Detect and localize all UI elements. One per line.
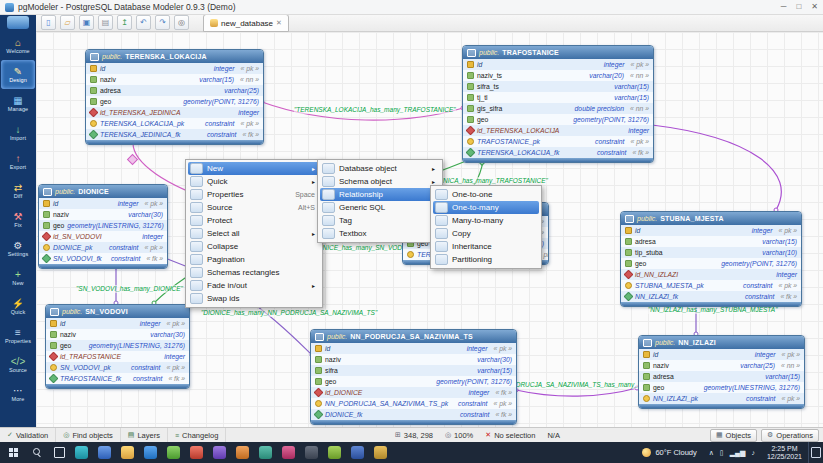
taskbar-app-icon[interactable] xyxy=(121,446,134,459)
menu-item-partitioning[interactable]: Partitioning xyxy=(433,253,539,266)
menu-item-generic-sql[interactable]: Generic SQL xyxy=(320,201,440,214)
table-row[interactable]: geogeometry(LINESTRING, 31276) xyxy=(46,340,189,351)
sidebar-item-design[interactable]: ✎Design xyxy=(1,60,35,89)
minimize-button[interactable]: ─ xyxy=(781,3,787,11)
taskbar-app-icon[interactable] xyxy=(144,446,157,459)
table-trafostanice[interactable]: public.TRAFOSTANICEidinteger« pk »naziv_… xyxy=(462,45,654,163)
objects-button[interactable]: ▦Objects xyxy=(710,429,757,442)
sidebar-item-new[interactable]: +New xyxy=(1,263,35,292)
taskbar-app-icon[interactable] xyxy=(282,446,295,459)
sidebar-item-export[interactable]: ↑Export xyxy=(1,147,35,176)
table-row[interactable]: nazivvarchar(30) xyxy=(39,209,167,220)
taskbar-app-icon[interactable] xyxy=(351,446,364,459)
menu-item-inheritance[interactable]: Inheritance xyxy=(433,240,539,253)
table-row[interactable]: id_NN_IZLAZIinteger xyxy=(621,269,801,280)
notification-center-button[interactable] xyxy=(808,442,823,463)
sidebar-item-import[interactable]: ↓Import xyxy=(1,118,35,147)
menu-item-schema-object[interactable]: Schema object▸ xyxy=(320,175,440,188)
table-row[interactable]: SN_VODOVI_fkconstraint« fk » xyxy=(39,253,167,264)
network-icon[interactable]: ▂▄▆ xyxy=(730,449,746,457)
save-model-icon[interactable]: ▣ xyxy=(79,15,94,30)
table-row[interactable]: nazivvarchar(15)« nn » xyxy=(86,74,263,85)
model-tab[interactable]: new_database ✕ xyxy=(203,14,289,32)
table-row[interactable]: DIONICE_fkconstraint« fk » xyxy=(311,409,516,420)
taskbar-app-icon[interactable] xyxy=(98,446,111,459)
statusbar-panel-validation[interactable]: ✓Validation xyxy=(0,428,56,442)
table-row[interactable]: geogeometry(POINT, 31276) xyxy=(621,258,801,269)
table-header[interactable]: public.DIONICE xyxy=(39,185,167,198)
diagram-canvas[interactable]: public.TERENSKA_LOKACIJAidinteger« pk »n… xyxy=(36,32,823,428)
new-model-icon[interactable]: ▯ xyxy=(41,15,56,30)
table-row[interactable]: NN_IZLAZI_fkconstraint« fk » xyxy=(621,291,801,302)
taskbar-app-icon[interactable] xyxy=(305,446,318,459)
statusbar-panel-layers[interactable]: ▤Layers xyxy=(121,428,168,442)
menu-item-relationship[interactable]: Relationship▸ xyxy=(320,188,440,201)
taskbar-search-button[interactable] xyxy=(26,442,48,463)
menu-item-swap-ids[interactable]: Swap ids xyxy=(188,292,320,305)
table-row[interactable]: idinteger« pk » xyxy=(311,343,516,354)
menu-item-database-object[interactable]: Database object▸ xyxy=(320,162,440,175)
table-header[interactable]: public.SN_VODOVI xyxy=(46,305,189,318)
open-model-icon[interactable]: ▱ xyxy=(60,15,75,30)
table-row[interactable]: idinteger« pk » xyxy=(639,349,804,360)
menu-item-quick[interactable]: Quick▸ xyxy=(188,175,320,188)
table-row[interactable]: idinteger« pk » xyxy=(86,63,263,74)
menu-item-one-to-many[interactable]: One-to-many xyxy=(433,201,539,214)
taskbar-app-icon[interactable] xyxy=(75,446,88,459)
sidebar-item-manage[interactable]: ▦Manage xyxy=(1,89,35,118)
table-row[interactable]: idinteger« pk » xyxy=(39,198,167,209)
task-view-button[interactable] xyxy=(48,442,70,463)
menu-item-fade-in-out[interactable]: Fade in/out▸ xyxy=(188,279,320,292)
table-row[interactable]: adresavarchar(15) xyxy=(621,236,801,247)
table-row[interactable]: sifravarchar(15) xyxy=(311,365,516,376)
table-row[interactable]: nazivvarchar(25)« nn » xyxy=(639,360,804,371)
table-header[interactable]: public.NN_IZLAZI xyxy=(639,336,804,349)
menu-item-collapse[interactable]: Collapse xyxy=(188,240,320,253)
table-row[interactable]: nazivvarchar(30) xyxy=(46,329,189,340)
table-dionice[interactable]: public.DIONICEidinteger« pk »nazivvarcha… xyxy=(38,184,168,269)
table-row[interactable]: DIONICE_pkconstraint« pk » xyxy=(39,242,167,253)
table-row[interactable]: nazivvarchar(30) xyxy=(311,354,516,365)
export-icon[interactable]: ↥ xyxy=(117,15,132,30)
table-row[interactable]: id_DIONICEinteger« fk » xyxy=(311,387,516,398)
table-header[interactable]: public.STUBNA_MJESTA xyxy=(621,212,801,225)
table-header[interactable]: public.NN_PODRUCJA_SA_NAZIVIMA_TS xyxy=(311,330,516,343)
statusbar-panel-changelog[interactable]: ≡Changelog xyxy=(168,428,226,442)
table-row[interactable]: SN_VODOVI_pkconstraint« pk » xyxy=(46,362,189,373)
zoom-icon[interactable]: ◎ xyxy=(174,15,189,30)
table-row[interactable]: STUBNA_MJESTA_pkconstraint« pk » xyxy=(621,280,801,291)
menu-item-many-to-many[interactable]: Many-to-many xyxy=(433,214,539,227)
menu-item-copy[interactable]: Copy xyxy=(433,227,539,240)
menu-item-source[interactable]: SourceAlt+S xyxy=(188,201,320,214)
taskbar-weather[interactable]: 60°F Cloudy xyxy=(636,448,702,457)
sidebar-item-settings[interactable]: ⚙Settings xyxy=(1,234,35,263)
table-row[interactable]: idinteger« pk » xyxy=(621,225,801,236)
table-row[interactable]: adresavarchar(15) xyxy=(639,371,804,382)
close-button[interactable]: ✕ xyxy=(811,3,818,11)
table-row[interactable]: idinteger« pk » xyxy=(46,318,189,329)
table-row[interactable]: TRAFOSTANICE_fkconstraint« fk » xyxy=(46,373,189,384)
table-row[interactable]: TERENSKA_JEDINICA_fkconstraint« fk » xyxy=(86,129,263,140)
table-nn-izlazi[interactable]: public.NN_IZLAZIidinteger« pk »nazivvarc… xyxy=(638,335,805,409)
table-row[interactable]: geogeometry(POINT, 31276) xyxy=(86,96,263,107)
table-row[interactable]: TERENSKA_LOKACIJA_fkconstraint« fk » xyxy=(463,147,653,158)
sidebar-item-diff[interactable]: ⇄Diff xyxy=(1,176,35,205)
sidebar-item-quick[interactable]: ⚡Quick xyxy=(1,292,35,321)
taskbar-app-icon[interactable] xyxy=(328,446,341,459)
table-row[interactable]: naziv_tsvarchar(20)« nn » xyxy=(463,70,653,81)
menu-item-schemas-rectangles[interactable]: Schemas rectangles xyxy=(188,266,320,279)
taskbar-app-icon[interactable] xyxy=(190,446,203,459)
undo-icon[interactable]: ↶ xyxy=(136,15,151,30)
menu-item-select-all[interactable]: Select all▸ xyxy=(188,227,320,240)
table-row[interactable]: id_TRAFOSTANICEinteger xyxy=(46,351,189,362)
taskbar-app-icon[interactable] xyxy=(374,446,387,459)
menu-item-pagination[interactable]: Pagination xyxy=(188,253,320,266)
table-row[interactable]: tip_stubavarchar(10) xyxy=(621,247,801,258)
sidebar-item-fix[interactable]: ⚒Fix xyxy=(1,205,35,234)
table-row[interactable]: idinteger« pk » xyxy=(463,59,653,70)
statusbar-panel-find-objects[interactable]: ◎Find objects xyxy=(56,428,121,442)
taskbar-clock[interactable]: 2:25 PM 12/25/2021 xyxy=(761,445,808,461)
table-terenska-lokacija[interactable]: public.TERENSKA_LOKACIJAidinteger« pk »n… xyxy=(85,49,264,145)
table-row[interactable]: sifra_tsvarchar(15) xyxy=(463,81,653,92)
menu-item-new[interactable]: New▸ xyxy=(188,162,320,175)
